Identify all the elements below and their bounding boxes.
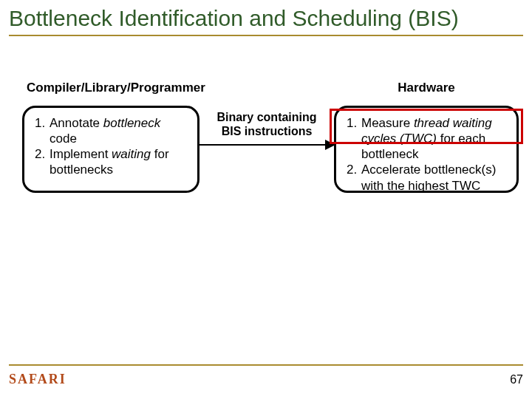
column-label-right: Hardware [364,81,489,95]
list-num: 1. [347,115,361,163]
list-text: Annotate bottleneck code [50,115,190,147]
list-num: 2. [347,162,361,194]
list-item: 1. Annotate bottleneck code [35,115,190,147]
footer: SAFARI 67 [9,364,523,387]
box-hardware: 1. Measure thread waiting cycles (TWC) f… [334,106,519,193]
box-hardware-list: 1. Measure thread waiting cycles (TWC) f… [347,115,509,194]
arrow-label: Binary containing BIS instructions [204,110,330,138]
slide-title: Bottleneck Identification and Scheduling… [9,6,523,32]
list-text: Accelerate bottleneck(s) with the highes… [361,162,509,194]
arrow-label-line2: BIS instructions [222,125,313,137]
list-item: 2. Implement waiting for bottlenecks [35,146,190,178]
list-item: 1. Measure thread waiting cycles (TWC) f… [347,115,509,163]
list-text: Measure thread waiting cycles (TWC) for … [361,115,509,163]
logo-safari: SAFARI [9,372,66,387]
column-label-left: Compiler/Library/Programmer [27,81,204,95]
arrow-icon [200,144,334,146]
box-compiler: 1. Annotate bottleneck code 2. Implement… [22,106,200,193]
list-num: 2. [35,146,50,178]
box-compiler-list: 1. Annotate bottleneck code 2. Implement… [35,115,190,178]
list-item: 2. Accelerate bottleneck(s) with the hig… [347,162,509,194]
slide: Bottleneck Identification and Scheduling… [0,0,532,399]
title-rule [9,35,523,36]
footer-rule [9,364,523,366]
arrow-label-line1: Binary containing [216,111,316,123]
diagram: Compiler/Library/Programmer Hardware 1. … [9,81,523,221]
list-text: Implement waiting for bottlenecks [50,146,190,178]
list-num: 1. [35,115,50,147]
page-number: 67 [510,373,523,386]
footer-row: SAFARI 67 [9,372,523,387]
